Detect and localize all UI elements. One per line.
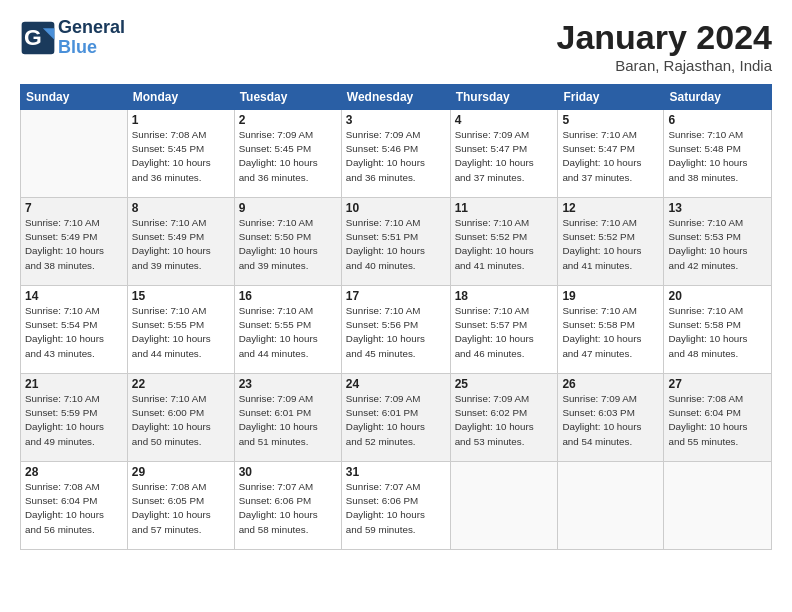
day-info: Sunrise: 7:10 AMSunset: 5:51 PMDaylight:… xyxy=(346,216,446,273)
calendar-day-cell: 9Sunrise: 7:10 AMSunset: 5:50 PMDaylight… xyxy=(234,198,341,286)
calendar-week-row: 21Sunrise: 7:10 AMSunset: 5:59 PMDayligh… xyxy=(21,374,772,462)
day-number: 1 xyxy=(132,113,230,127)
logo: G General Blue xyxy=(20,18,125,58)
day-number: 4 xyxy=(455,113,554,127)
day-info: Sunrise: 7:10 AMSunset: 5:48 PMDaylight:… xyxy=(668,128,767,185)
calendar-day-cell: 15Sunrise: 7:10 AMSunset: 5:55 PMDayligh… xyxy=(127,286,234,374)
day-number: 5 xyxy=(562,113,659,127)
day-info: Sunrise: 7:09 AMSunset: 6:01 PMDaylight:… xyxy=(239,392,337,449)
calendar-day-cell: 24Sunrise: 7:09 AMSunset: 6:01 PMDayligh… xyxy=(341,374,450,462)
day-info: Sunrise: 7:10 AMSunset: 5:52 PMDaylight:… xyxy=(455,216,554,273)
weekday-header-thursday: Thursday xyxy=(450,85,558,110)
calendar-day-cell: 21Sunrise: 7:10 AMSunset: 5:59 PMDayligh… xyxy=(21,374,128,462)
calendar-day-cell: 16Sunrise: 7:10 AMSunset: 5:55 PMDayligh… xyxy=(234,286,341,374)
day-number: 7 xyxy=(25,201,123,215)
day-info: Sunrise: 7:10 AMSunset: 5:55 PMDaylight:… xyxy=(239,304,337,361)
calendar-day-cell: 25Sunrise: 7:09 AMSunset: 6:02 PMDayligh… xyxy=(450,374,558,462)
day-number: 26 xyxy=(562,377,659,391)
day-info: Sunrise: 7:09 AMSunset: 5:45 PMDaylight:… xyxy=(239,128,337,185)
day-number: 20 xyxy=(668,289,767,303)
day-number: 8 xyxy=(132,201,230,215)
day-number: 28 xyxy=(25,465,123,479)
calendar-day-cell: 11Sunrise: 7:10 AMSunset: 5:52 PMDayligh… xyxy=(450,198,558,286)
calendar-day-cell: 28Sunrise: 7:08 AMSunset: 6:04 PMDayligh… xyxy=(21,462,128,550)
title-block: January 2024 Baran, Rajasthan, India xyxy=(557,18,773,74)
calendar-day-cell: 7Sunrise: 7:10 AMSunset: 5:49 PMDaylight… xyxy=(21,198,128,286)
calendar-day-cell: 31Sunrise: 7:07 AMSunset: 6:06 PMDayligh… xyxy=(341,462,450,550)
day-info: Sunrise: 7:10 AMSunset: 5:56 PMDaylight:… xyxy=(346,304,446,361)
calendar-day-cell: 1Sunrise: 7:08 AMSunset: 5:45 PMDaylight… xyxy=(127,110,234,198)
calendar-day-cell: 12Sunrise: 7:10 AMSunset: 5:52 PMDayligh… xyxy=(558,198,664,286)
day-number: 6 xyxy=(668,113,767,127)
calendar-day-cell: 2Sunrise: 7:09 AMSunset: 5:45 PMDaylight… xyxy=(234,110,341,198)
day-info: Sunrise: 7:10 AMSunset: 5:49 PMDaylight:… xyxy=(132,216,230,273)
calendar-table: SundayMondayTuesdayWednesdayThursdayFrid… xyxy=(20,84,772,550)
weekday-header-sunday: Sunday xyxy=(21,85,128,110)
day-number: 13 xyxy=(668,201,767,215)
day-info: Sunrise: 7:07 AMSunset: 6:06 PMDaylight:… xyxy=(346,480,446,537)
day-number: 9 xyxy=(239,201,337,215)
calendar-week-row: 28Sunrise: 7:08 AMSunset: 6:04 PMDayligh… xyxy=(21,462,772,550)
day-number: 21 xyxy=(25,377,123,391)
day-number: 31 xyxy=(346,465,446,479)
calendar-day-cell xyxy=(450,462,558,550)
calendar-day-cell: 4Sunrise: 7:09 AMSunset: 5:47 PMDaylight… xyxy=(450,110,558,198)
calendar-day-cell: 13Sunrise: 7:10 AMSunset: 5:53 PMDayligh… xyxy=(664,198,772,286)
calendar-week-row: 7Sunrise: 7:10 AMSunset: 5:49 PMDaylight… xyxy=(21,198,772,286)
day-number: 19 xyxy=(562,289,659,303)
day-info: Sunrise: 7:10 AMSunset: 5:59 PMDaylight:… xyxy=(25,392,123,449)
day-number: 27 xyxy=(668,377,767,391)
calendar-day-cell: 26Sunrise: 7:09 AMSunset: 6:03 PMDayligh… xyxy=(558,374,664,462)
weekday-header-tuesday: Tuesday xyxy=(234,85,341,110)
day-info: Sunrise: 7:10 AMSunset: 5:58 PMDaylight:… xyxy=(668,304,767,361)
day-info: Sunrise: 7:10 AMSunset: 5:54 PMDaylight:… xyxy=(25,304,123,361)
logo-line2: Blue xyxy=(58,38,125,58)
svg-text:G: G xyxy=(24,23,42,49)
day-number: 22 xyxy=(132,377,230,391)
day-number: 30 xyxy=(239,465,337,479)
calendar-day-cell: 10Sunrise: 7:10 AMSunset: 5:51 PMDayligh… xyxy=(341,198,450,286)
calendar-day-cell: 30Sunrise: 7:07 AMSunset: 6:06 PMDayligh… xyxy=(234,462,341,550)
day-info: Sunrise: 7:08 AMSunset: 6:05 PMDaylight:… xyxy=(132,480,230,537)
weekday-header-saturday: Saturday xyxy=(664,85,772,110)
calendar-day-cell: 27Sunrise: 7:08 AMSunset: 6:04 PMDayligh… xyxy=(664,374,772,462)
day-number: 24 xyxy=(346,377,446,391)
day-info: Sunrise: 7:10 AMSunset: 5:58 PMDaylight:… xyxy=(562,304,659,361)
calendar-day-cell: 17Sunrise: 7:10 AMSunset: 5:56 PMDayligh… xyxy=(341,286,450,374)
day-info: Sunrise: 7:09 AMSunset: 6:02 PMDaylight:… xyxy=(455,392,554,449)
day-number: 3 xyxy=(346,113,446,127)
day-info: Sunrise: 7:09 AMSunset: 5:47 PMDaylight:… xyxy=(455,128,554,185)
calendar-week-row: 14Sunrise: 7:10 AMSunset: 5:54 PMDayligh… xyxy=(21,286,772,374)
day-info: Sunrise: 7:07 AMSunset: 6:06 PMDaylight:… xyxy=(239,480,337,537)
calendar-day-cell: 20Sunrise: 7:10 AMSunset: 5:58 PMDayligh… xyxy=(664,286,772,374)
calendar-day-cell: 29Sunrise: 7:08 AMSunset: 6:05 PMDayligh… xyxy=(127,462,234,550)
day-number: 29 xyxy=(132,465,230,479)
weekday-header-monday: Monday xyxy=(127,85,234,110)
calendar-day-cell: 6Sunrise: 7:10 AMSunset: 5:48 PMDaylight… xyxy=(664,110,772,198)
day-info: Sunrise: 7:08 AMSunset: 6:04 PMDaylight:… xyxy=(25,480,123,537)
day-info: Sunrise: 7:10 AMSunset: 5:52 PMDaylight:… xyxy=(562,216,659,273)
calendar-week-row: 1Sunrise: 7:08 AMSunset: 5:45 PMDaylight… xyxy=(21,110,772,198)
calendar-day-cell: 19Sunrise: 7:10 AMSunset: 5:58 PMDayligh… xyxy=(558,286,664,374)
calendar-day-cell: 22Sunrise: 7:10 AMSunset: 6:00 PMDayligh… xyxy=(127,374,234,462)
day-number: 11 xyxy=(455,201,554,215)
day-number: 23 xyxy=(239,377,337,391)
day-info: Sunrise: 7:10 AMSunset: 6:00 PMDaylight:… xyxy=(132,392,230,449)
logo-line1: General xyxy=(58,18,125,38)
day-info: Sunrise: 7:08 AMSunset: 5:45 PMDaylight:… xyxy=(132,128,230,185)
month-title: January 2024 xyxy=(557,18,773,57)
weekday-header-wednesday: Wednesday xyxy=(341,85,450,110)
day-number: 17 xyxy=(346,289,446,303)
calendar-day-cell: 5Sunrise: 7:10 AMSunset: 5:47 PMDaylight… xyxy=(558,110,664,198)
day-number: 12 xyxy=(562,201,659,215)
calendar-day-cell: 3Sunrise: 7:09 AMSunset: 5:46 PMDaylight… xyxy=(341,110,450,198)
day-info: Sunrise: 7:10 AMSunset: 5:50 PMDaylight:… xyxy=(239,216,337,273)
header: G General Blue January 2024 Baran, Rajas… xyxy=(20,18,772,74)
day-number: 16 xyxy=(239,289,337,303)
day-info: Sunrise: 7:10 AMSunset: 5:49 PMDaylight:… xyxy=(25,216,123,273)
day-number: 18 xyxy=(455,289,554,303)
day-info: Sunrise: 7:09 AMSunset: 6:03 PMDaylight:… xyxy=(562,392,659,449)
day-info: Sunrise: 7:09 AMSunset: 5:46 PMDaylight:… xyxy=(346,128,446,185)
day-info: Sunrise: 7:09 AMSunset: 6:01 PMDaylight:… xyxy=(346,392,446,449)
day-number: 2 xyxy=(239,113,337,127)
